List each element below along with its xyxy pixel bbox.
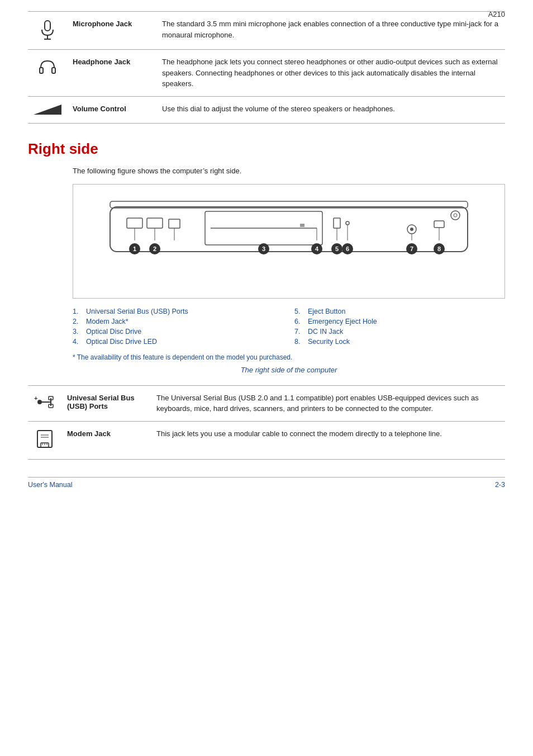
volume-control-name: Volume Control bbox=[67, 96, 156, 123]
svg-text:6: 6 bbox=[346, 245, 349, 252]
svg-rect-3 bbox=[40, 68, 43, 73]
table-row: Volume Control Use this dial to adjust t… bbox=[28, 96, 505, 123]
page-footer: User's Manual 2-3 bbox=[28, 477, 505, 489]
svg-text:2: 2 bbox=[153, 245, 156, 252]
modem-jack-name: Modem Jack bbox=[61, 421, 151, 459]
svg-rect-17 bbox=[334, 218, 340, 228]
list-item: 6. Emergency Eject Hole bbox=[294, 318, 505, 325]
svg-rect-12 bbox=[169, 219, 180, 228]
usb-ports-name: Univesal Serial Bus (USB) Ports bbox=[61, 385, 151, 421]
svg-rect-0 bbox=[45, 21, 50, 31]
svg-rect-25 bbox=[434, 221, 444, 228]
svg-rect-9 bbox=[147, 218, 163, 228]
svg-point-18 bbox=[346, 221, 349, 225]
svg-text:3: 3 bbox=[262, 245, 265, 252]
list-item: 8. Security Lock bbox=[294, 338, 505, 346]
right-side-intro: The following figure shows the computer’… bbox=[73, 167, 505, 175]
table-row: Microphone Jack The standard 3.5 mm mini… bbox=[28, 12, 505, 50]
modem-icon-cell bbox=[28, 421, 61, 459]
numbered-lists: 1. Universal Serial Bus (USB) Ports 2. M… bbox=[73, 308, 505, 348]
footer-left: User's Manual bbox=[28, 481, 73, 489]
usb-icon-cell: + bbox=[28, 385, 61, 421]
svg-text:7: 7 bbox=[410, 245, 413, 252]
svg-point-45 bbox=[37, 400, 42, 404]
svg-text:5: 5 bbox=[335, 245, 339, 252]
svg-point-27 bbox=[451, 211, 460, 220]
table-row: + Univesal Serial Bus (USB) Ports The Un… bbox=[28, 385, 505, 421]
list-item: 3. Optical Disc Drive bbox=[73, 328, 283, 336]
mic-jack-name: Microphone Jack bbox=[67, 12, 156, 50]
laptop-diagram-container: 1 2 3 4 5 6 7 8 bbox=[73, 184, 505, 299]
headphone-jack-desc: The headphone jack lets you connect ster… bbox=[156, 50, 505, 97]
figure-caption: The right side of the computer bbox=[73, 366, 505, 374]
list-item: 2. Modem Jack* bbox=[73, 318, 283, 325]
table-row: Headphone Jack The headphone jack lets y… bbox=[28, 50, 505, 97]
mic-icon bbox=[39, 20, 56, 41]
svg-rect-4 bbox=[52, 68, 55, 73]
volume-icon-cell bbox=[28, 96, 67, 123]
volume-icon bbox=[34, 105, 61, 115]
headphone-icon-cell bbox=[28, 50, 67, 97]
svg-rect-8 bbox=[127, 218, 142, 228]
list-item: 4. Optical Disc Drive LED bbox=[73, 338, 283, 346]
top-feature-table: Microphone Jack The standard 3.5 mm mini… bbox=[28, 11, 505, 124]
table-row: Modem Jack This jack lets you use a modu… bbox=[28, 421, 505, 459]
bottom-feature-table: + Univesal Serial Bus (USB) Ports The Un… bbox=[28, 385, 505, 460]
svg-marker-5 bbox=[34, 105, 61, 115]
footnote: * The availability of this feature is de… bbox=[73, 353, 505, 361]
list-item: 7. DC IN Jack bbox=[294, 328, 505, 336]
svg-point-23 bbox=[410, 228, 413, 231]
modem-icon bbox=[35, 429, 54, 451]
svg-text:8: 8 bbox=[437, 245, 441, 252]
mic-icon-cell bbox=[28, 12, 67, 50]
list-left: 1. Universal Serial Bus (USB) Ports 2. M… bbox=[73, 308, 283, 348]
list-right: 5. Eject Button 6. Emergency Eject Hole … bbox=[294, 308, 505, 348]
list-item: 5. Eject Button bbox=[294, 308, 505, 315]
volume-control-desc: Use this dial to adjust the volume of th… bbox=[156, 96, 505, 123]
right-side-heading: Right side bbox=[28, 140, 505, 158]
svg-text:+: + bbox=[34, 395, 37, 401]
model-label: A210 bbox=[488, 10, 505, 18]
modem-jack-desc: This jack lets you use a modular cable t… bbox=[151, 421, 505, 459]
usb-ports-desc: The Universal Serial Bus (USB 2.0 and 1.… bbox=[151, 385, 505, 421]
svg-text:4: 4 bbox=[315, 245, 319, 252]
headphone-icon bbox=[38, 58, 57, 77]
svg-point-28 bbox=[454, 214, 457, 217]
usb-icon: + bbox=[34, 394, 55, 410]
headphone-jack-name: Headphone Jack bbox=[67, 50, 156, 97]
list-item: 1. Universal Serial Bus (USB) Ports bbox=[73, 308, 283, 315]
laptop-right-side-diagram: 1 2 3 4 5 6 7 8 bbox=[79, 190, 499, 291]
svg-rect-16 bbox=[300, 224, 304, 227]
svg-text:1: 1 bbox=[133, 245, 136, 252]
mic-jack-desc: The standard 3.5 mm mini microphone jack… bbox=[156, 12, 505, 50]
footer-right: 2-3 bbox=[495, 481, 505, 489]
